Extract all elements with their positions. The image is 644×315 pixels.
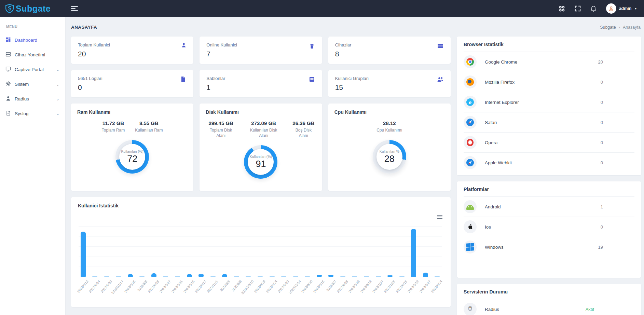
- bar[interactable]: [352, 276, 357, 277]
- sidebar-item-captive-portal[interactable]: Captive Portal⌄: [0, 62, 65, 77]
- bar[interactable]: [423, 273, 428, 277]
- bar[interactable]: [198, 274, 204, 277]
- x-axis-tick-label: 2022/9/29: [254, 279, 266, 293]
- icon-circle: [464, 136, 477, 149]
- x-axis-tick-label: 2022/5/27: [159, 279, 172, 293]
- gauge-center: Kullanılan (%)91: [248, 149, 274, 175]
- list-item-label: Android: [485, 204, 501, 209]
- x-axis-tick-label: 2022/5/23: [348, 279, 360, 293]
- gauge-ring-wrap: Kullanılan (%)91: [206, 145, 316, 179]
- bar[interactable]: [340, 276, 345, 277]
- gauge-center: Kullanılan %28: [376, 144, 402, 170]
- bar[interactable]: [210, 276, 216, 277]
- safari-icon: [466, 119, 474, 126]
- bar[interactable]: [281, 276, 286, 277]
- bar[interactable]: [317, 275, 322, 277]
- bar[interactable]: [92, 276, 97, 277]
- bar[interactable]: [435, 276, 440, 277]
- platforms-title: Platformlar: [464, 187, 634, 197]
- gauge-stat: 28.12Cpu Kullanımı: [376, 120, 402, 133]
- gauge-center-value: 91: [256, 159, 266, 169]
- bar[interactable]: [399, 276, 405, 277]
- radius-service-icon: [467, 305, 473, 313]
- bar[interactable]: [151, 273, 156, 277]
- list-item-internet-explorer: eInternet Explorer0: [464, 92, 634, 112]
- bar[interactable]: [258, 276, 263, 277]
- x-axis-tick-label: 2022/5/31: [171, 279, 183, 293]
- gauge-stat-label: Kullanılan Ram: [135, 128, 163, 133]
- bar[interactable]: [270, 276, 275, 277]
- sidebar-toggle-icon[interactable]: [71, 6, 78, 11]
- sidebar-item-dashboard[interactable]: Dashboard: [0, 33, 65, 47]
- list-item-label: Ios: [485, 224, 491, 230]
- list-item-ios: Ios0: [464, 217, 634, 237]
- x-axis-tick-label: 2022/5/30: [100, 279, 113, 293]
- webkit-icon: [466, 159, 474, 166]
- browser-statistics-card: Browser Istatistik Google Chrome20Mozill…: [457, 37, 641, 175]
- x-axis-tick-label: 2022/6/15: [395, 279, 408, 293]
- bar[interactable]: [328, 275, 333, 277]
- user-group-icon: [437, 76, 444, 84]
- x-axis-tick-label: 2022/6/6: [219, 279, 231, 292]
- bar-column: 2022/9/30: [303, 226, 312, 277]
- list-item-label: Apple Webkit: [485, 160, 512, 165]
- bar[interactable]: [104, 276, 109, 277]
- bar[interactable]: [128, 274, 133, 277]
- breadcrumb-parent[interactable]: Subgate: [600, 25, 616, 30]
- apps-grid-icon[interactable]: [559, 5, 565, 12]
- stat-card-value: 20: [78, 50, 187, 58]
- bar[interactable]: [175, 276, 180, 277]
- bar[interactable]: [387, 275, 393, 277]
- user-icon: [5, 96, 11, 102]
- bar[interactable]: [293, 276, 298, 277]
- x-axis-tick-label: 2022/6/8: [231, 279, 242, 292]
- bar[interactable]: [376, 276, 381, 277]
- browser-statistics-title: Browser Istatistik: [464, 42, 634, 52]
- bar[interactable]: [234, 276, 239, 277]
- icon-circle: [464, 55, 477, 68]
- bar[interactable]: [116, 276, 121, 277]
- sidebar-item-syslog[interactable]: Syslog⌄: [0, 106, 65, 121]
- chart-menu-icon[interactable]: [437, 215, 442, 219]
- gauge-stat: 26.36 GBBoş Disk Alanı: [291, 120, 316, 138]
- x-axis-tick-label: 2022/5/20: [277, 279, 290, 293]
- bar-column: 2022/10/7: [374, 226, 383, 277]
- browser-count: 20: [598, 59, 603, 65]
- firefox-icon: [466, 78, 474, 86]
- radial-gauge: Kullanılan %28: [373, 140, 406, 174]
- gauge-stat-value: 26.36 GB: [291, 120, 316, 126]
- bar-chart: 2022/5/132022/6/242022/5/302022/11/17202…: [79, 226, 442, 277]
- gauge-center-value: 28: [384, 154, 395, 164]
- bell-icon[interactable]: [590, 5, 597, 12]
- bar[interactable]: [364, 276, 369, 277]
- icon-circle: [464, 76, 477, 88]
- chevron-down-icon: ▾: [635, 7, 636, 10]
- bar-column: 2022/8/24: [268, 226, 276, 277]
- browser-count: 0: [601, 100, 603, 105]
- bar[interactable]: [139, 276, 145, 277]
- logo[interactable]: Subgate: [0, 4, 65, 14]
- user-menu[interactable]: admin ▾: [606, 3, 636, 14]
- gauge-center-label: Kullanılan %: [380, 149, 399, 153]
- sidebar-item-radius[interactable]: Radius⌄: [0, 92, 65, 106]
- sidebar-item-label: Radius: [15, 96, 29, 101]
- x-axis-tick-label: 2022/5/17: [194, 279, 207, 293]
- x-axis-tick-label: 2022/5/12: [407, 279, 420, 293]
- bar[interactable]: [411, 229, 416, 277]
- bar[interactable]: [305, 276, 310, 277]
- bar-column: 2022/6/24: [91, 226, 99, 277]
- windows-icon: [466, 243, 474, 251]
- internet-explorer-icon: e: [466, 98, 474, 106]
- apple-icon: [467, 223, 474, 231]
- bar[interactable]: [187, 274, 192, 277]
- bar[interactable]: [246, 276, 251, 277]
- fullscreen-icon[interactable]: [575, 5, 581, 12]
- gauge-stat-value: 8.55 GB: [135, 120, 163, 126]
- bar[interactable]: [81, 232, 86, 277]
- sidebar-item-sistem[interactable]: Sistem⌄: [0, 77, 65, 92]
- service-status-badge: Aktif: [586, 307, 594, 312]
- bar[interactable]: [163, 276, 168, 277]
- logo-text: Subgate: [16, 4, 51, 14]
- bar[interactable]: [222, 274, 227, 277]
- sidebar-item-cihaz-yonetimi[interactable]: Cihaz Yonetimi: [0, 47, 65, 62]
